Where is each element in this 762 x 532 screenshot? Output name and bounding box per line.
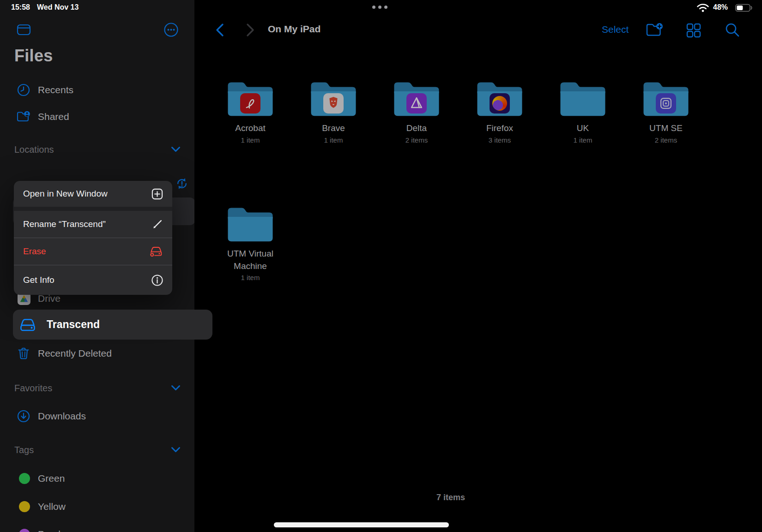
menu-item-label: Rename “Transcend” [23, 219, 106, 229]
status-date: Wed Nov 13 [37, 3, 79, 12]
menu-item-rename[interactable]: Rename “Transcend” [14, 211, 172, 238]
menu-item-erase[interactable]: Erase [14, 238, 172, 265]
multitasking-indicator[interactable] [372, 6, 387, 9]
battery-percent-label: 48% [713, 3, 728, 12]
menu-item-open-in-new-window[interactable]: Open in New Window [14, 181, 172, 207]
info-circle-icon [151, 274, 163, 287]
battery-icon [735, 4, 754, 14]
menu-item-get-info[interactable]: Get Info [14, 265, 172, 295]
files-app-screen: Files Recents Shared Locations [0, 0, 762, 532]
menu-item-label: Erase [23, 246, 46, 257]
pencil-icon [151, 218, 163, 230]
menu-item-label: Get Info [23, 275, 54, 285]
external-drive-icon [18, 317, 37, 333]
wifi-icon [696, 3, 709, 14]
erase-drive-icon [149, 245, 163, 258]
clock-time: 15:58 [11, 3, 30, 12]
menu-item-label: Open in New Window [23, 189, 108, 199]
selected-drive-label: Transcend [47, 318, 100, 331]
menu-separator [14, 207, 172, 211]
home-indicator[interactable] [274, 522, 449, 527]
sidebar-item-transcend[interactable]: Transcend [13, 310, 212, 340]
plus-square-icon [151, 188, 163, 200]
context-menu: Open in New Window Rename “Transcend” Er… [14, 181, 172, 295]
